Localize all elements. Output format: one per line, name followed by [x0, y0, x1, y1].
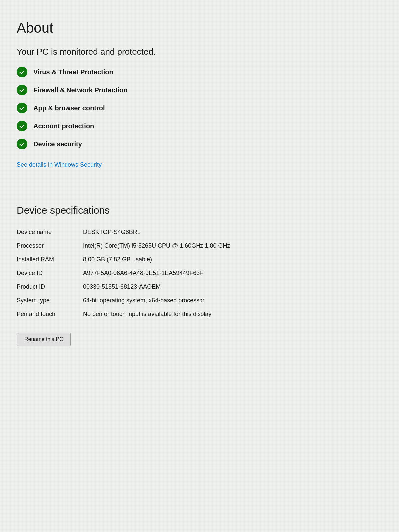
- table-row: Installed RAM8.00 GB (7.82 GB usable): [17, 253, 382, 266]
- table-row: Pen and touchNo pen or touch input is av…: [17, 307, 382, 321]
- windows-security-link[interactable]: See details in Windows Security: [17, 161, 102, 168]
- spec-value: A977F5A0-06A6-4A48-9E51-1EA59449F63F: [83, 266, 382, 280]
- spec-value: Intel(R) Core(TM) i5-8265U CPU @ 1.60GHz…: [83, 239, 382, 253]
- page-title: About: [17, 20, 382, 36]
- security-item-virus-label: Virus & Threat Protection: [33, 68, 113, 76]
- spec-value: 8.00 GB (7.82 GB usable): [83, 253, 382, 266]
- specs-table: Device nameDESKTOP-S4G8BRLProcessorIntel…: [17, 225, 382, 321]
- spec-label: System type: [17, 294, 83, 307]
- table-row: Product ID00330-51851-68123-AAOEM: [17, 280, 382, 294]
- rename-pc-button[interactable]: Rename this PC: [17, 333, 71, 346]
- security-item-browser: App & browser control: [17, 103, 382, 113]
- security-item-device-label: Device security: [33, 140, 82, 148]
- spec-value: 00330-51851-68123-AAOEM: [83, 280, 382, 294]
- security-item-account-label: Account protection: [33, 122, 94, 130]
- security-list: Virus & Threat Protection Firewall & Net…: [17, 67, 382, 149]
- security-item-firewall-label: Firewall & Network Protection: [33, 86, 127, 94]
- monitored-heading: Your PC is monitored and protected.: [17, 47, 382, 57]
- check-icon-firewall: [17, 85, 27, 95]
- spec-label: Device ID: [17, 266, 83, 280]
- spec-label: Device name: [17, 225, 83, 239]
- check-icon-browser: [17, 103, 27, 113]
- spec-value: 64-bit operating system, x64-based proce…: [83, 294, 382, 307]
- security-item-virus: Virus & Threat Protection: [17, 67, 382, 77]
- check-icon-device: [17, 139, 27, 149]
- spec-label: Processor: [17, 239, 83, 253]
- spec-label: Product ID: [17, 280, 83, 294]
- spec-value: No pen or touch input is available for t…: [83, 307, 382, 321]
- table-row: ProcessorIntel(R) Core(TM) i5-8265U CPU …: [17, 239, 382, 253]
- spec-value: DESKTOP-S4G8BRL: [83, 225, 382, 239]
- table-row: System type64-bit operating system, x64-…: [17, 294, 382, 307]
- check-icon-virus: [17, 67, 27, 77]
- check-icon-account: [17, 121, 27, 131]
- security-item-account: Account protection: [17, 121, 382, 131]
- spec-label: Installed RAM: [17, 253, 83, 266]
- security-item-browser-label: App & browser control: [33, 104, 105, 112]
- security-item-firewall: Firewall & Network Protection: [17, 85, 382, 95]
- table-row: Device nameDESKTOP-S4G8BRL: [17, 225, 382, 239]
- security-item-device: Device security: [17, 139, 382, 149]
- spec-label: Pen and touch: [17, 307, 83, 321]
- device-specs-title: Device specifications: [17, 205, 382, 216]
- table-row: Device IDA977F5A0-06A6-4A48-9E51-1EA5944…: [17, 266, 382, 280]
